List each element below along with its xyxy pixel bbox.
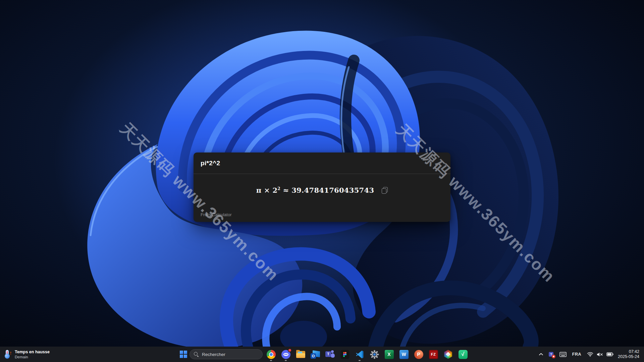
battery-icon: [606, 352, 613, 356]
system-tray: T FRA: [539, 347, 644, 362]
result-panel: π × 22 ≈ 39.47841760435743 From Calculat…: [194, 174, 450, 222]
chevron-up-icon: [539, 353, 543, 356]
weather-widget[interactable]: ↑ Temps en hausse Demain: [0, 347, 53, 362]
desktop: 天天源码 www.365ym.com 天天源码 www.365ym.com pi…: [0, 0, 644, 362]
taskbar-app-figma[interactable]: [337, 347, 352, 362]
volume-button[interactable]: [597, 352, 603, 357]
clock-date: 2025-05-24: [618, 354, 639, 359]
taskbar-app-chrome[interactable]: [264, 347, 278, 362]
running-indicator: [270, 360, 272, 361]
taskbar-center: Rechercher O: [177, 347, 470, 362]
taskbar-app-sqrt[interactable]: √: [455, 347, 470, 362]
tray-teams-notification[interactable]: T: [548, 352, 554, 357]
network-button[interactable]: [587, 352, 593, 357]
clock[interactable]: 07:42 2025-05-24: [618, 349, 639, 359]
touch-keyboard-icon: [559, 352, 567, 357]
outlook-icon: O: [311, 350, 320, 359]
taskbar-app-blockbench[interactable]: [441, 347, 455, 362]
figma-icon: [340, 350, 350, 359]
taskbar-app-file-explorer[interactable]: [293, 347, 308, 362]
teams-icon: T: [325, 350, 335, 359]
word-icon: W: [399, 350, 409, 359]
taskbar-app-discord[interactable]: [278, 347, 293, 362]
powerpoint-icon: P: [414, 350, 423, 359]
taskbar-app-teams[interactable]: T: [323, 347, 337, 362]
copy-icon[interactable]: [382, 187, 388, 194]
taskbar-app-excel[interactable]: X: [382, 347, 396, 362]
search-placeholder: Rechercher: [202, 352, 225, 357]
taskbar-app-powerpoint[interactable]: P: [411, 347, 426, 362]
weather-subtitle: Demain: [15, 355, 50, 359]
taskbar: ↑ Temps en hausse Demain Rechercher: [0, 347, 644, 362]
language-indicator[interactable]: FRA: [572, 352, 581, 357]
thermometer-rising-icon: ↑: [5, 350, 11, 359]
taskbar-app-word[interactable]: W: [396, 347, 411, 362]
battery-button[interactable]: [606, 352, 613, 356]
touch-keyboard-button[interactable]: [559, 352, 567, 357]
calculator-popup: pi*2^2 π × 22 ≈ 39.47841760435743 From C…: [194, 153, 450, 222]
gear-icon: [370, 350, 379, 359]
search-box[interactable]: Rechercher: [190, 349, 263, 359]
running-indicator: [285, 360, 287, 361]
taskbar-app-settings[interactable]: [367, 347, 382, 362]
notification-badge: [552, 355, 555, 358]
file-explorer-icon: [296, 351, 305, 358]
start-button[interactable]: [177, 347, 190, 362]
chrome-icon: [267, 350, 276, 359]
filezilla-icon: FZ: [429, 350, 438, 359]
taskbar-app-outlook[interactable]: O: [308, 347, 323, 362]
result-source-label: From Calculator: [201, 212, 231, 217]
query-text: pi*2^2: [201, 160, 220, 167]
notification-badge: [288, 348, 292, 352]
hexagon-cube-app-icon: [444, 350, 453, 359]
weather-title: Temps en hausse: [15, 350, 50, 355]
wifi-icon: [587, 352, 593, 357]
vscode-icon: [355, 350, 364, 359]
taskbar-app-filezilla[interactable]: FZ: [426, 347, 441, 362]
tray-chevron-button[interactable]: [539, 353, 543, 356]
excel-icon: X: [385, 350, 394, 359]
running-indicator: [359, 360, 361, 361]
search-icon: [194, 352, 199, 357]
query-input[interactable]: pi*2^2: [194, 153, 450, 174]
clock-time: 07:42: [629, 349, 639, 354]
taskbar-app-vscode[interactable]: [352, 347, 367, 362]
result-expression: π × 22 ≈ 39.47841760435743: [256, 186, 374, 194]
sqrt-app-icon: √: [459, 350, 468, 359]
volume-muted-icon: [597, 352, 603, 357]
windows-start-icon: [180, 351, 187, 358]
